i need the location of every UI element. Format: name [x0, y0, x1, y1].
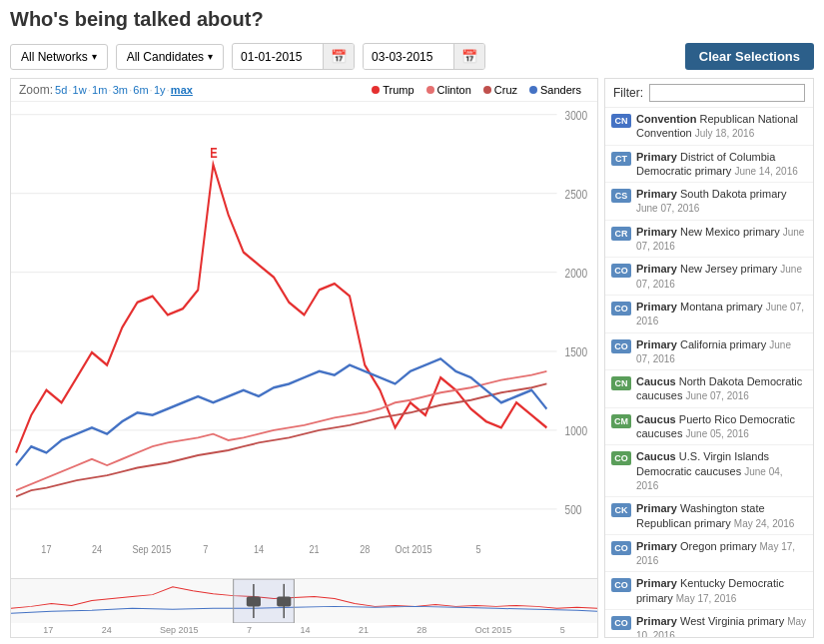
event-item[interactable]: CN Convention Republican National Conven… — [605, 108, 813, 146]
event-item[interactable]: CO Caucus U.S. Virgin Islands Democratic… — [605, 445, 813, 497]
event-badge: CN — [611, 376, 631, 390]
page-title: Who's being talked about? — [10, 8, 814, 31]
svg-text:5: 5 — [476, 543, 481, 555]
zoom-5d[interactable]: 5d — [55, 84, 67, 96]
event-badge: CO — [611, 339, 631, 353]
start-date-calendar-button[interactable]: 📅 — [323, 44, 354, 69]
svg-rect-22 — [11, 579, 597, 623]
event-badge: CO — [611, 616, 631, 630]
svg-rect-27 — [277, 597, 291, 607]
event-badge: CO — [611, 264, 631, 278]
trump-label: Trump — [383, 84, 413, 96]
svg-text:7: 7 — [203, 543, 208, 555]
legend-sanders: Sanders — [529, 84, 581, 96]
filter-row: Filter: — [605, 79, 813, 108]
svg-rect-26 — [247, 597, 261, 607]
networks-dropdown[interactable]: All Networks — [10, 44, 108, 70]
event-item[interactable]: CO Primary New Jersey primary June 07, 2… — [605, 258, 813, 296]
svg-text:Sep 2015: Sep 2015 — [132, 543, 171, 555]
svg-text:1000: 1000 — [565, 424, 587, 437]
end-date-input[interactable] — [364, 45, 453, 69]
event-badge: CK — [611, 503, 631, 517]
main-chart-svg: 3000 2500 2000 1500 1000 500 17 24 Sep 2… — [11, 102, 597, 578]
event-badge: CT — [611, 152, 631, 166]
legend-clinton: Clinton — [426, 84, 471, 96]
clinton-label: Clinton — [437, 84, 471, 96]
svg-text:E: E — [210, 146, 217, 161]
svg-text:3000: 3000 — [565, 109, 587, 122]
sanders-label: Sanders — [540, 84, 581, 96]
zoom-label: Zoom: — [19, 83, 53, 97]
clear-selections-button[interactable]: Clear Selections — [685, 43, 814, 70]
header: Who's being talked about? — [0, 0, 824, 43]
event-item[interactable]: CO Primary Montana primary June 07, 2016 — [605, 296, 813, 333]
zoom-3m[interactable]: 3m — [113, 84, 128, 96]
filter-input[interactable] — [649, 84, 805, 102]
event-badge: CO — [611, 451, 631, 465]
zoom-6m[interactable]: 6m — [133, 84, 148, 96]
event-badge: CS — [611, 189, 631, 203]
sidebar: Filter: CN Convention Republican Nationa… — [604, 78, 814, 638]
legend-trump: Trump — [372, 84, 413, 96]
event-badge: CN — [611, 114, 631, 128]
events-list: CN Convention Republican National Conven… — [605, 108, 813, 637]
toolbar: All Networks All Candidates 📅 📅 Clear Se… — [0, 43, 824, 78]
event-badge: CO — [611, 578, 631, 592]
cruz-dot — [483, 86, 491, 94]
zoom-max[interactable]: max — [171, 84, 193, 96]
event-item[interactable]: CK Primary Washington state Republican p… — [605, 497, 813, 535]
mini-chart-svg — [11, 579, 597, 623]
cruz-label: Cruz — [494, 84, 517, 96]
svg-text:21: 21 — [310, 543, 320, 555]
start-date-input[interactable] — [233, 45, 323, 69]
start-date-wrap: 📅 — [232, 43, 355, 70]
chart-area: Zoom: 5d · 1w · 1m · 3m · 6m · 1y · max … — [10, 78, 598, 638]
event-item[interactable]: CR Primary New Mexico primary June 07, 2… — [605, 221, 813, 259]
candidates-dropdown[interactable]: All Candidates — [116, 44, 224, 70]
main-content: Zoom: 5d · 1w · 1m · 3m · 6m · 1y · max … — [0, 78, 824, 644]
svg-text:500: 500 — [565, 503, 582, 516]
svg-text:Oct 2015: Oct 2015 — [396, 543, 432, 555]
event-item[interactable]: CO Primary Kentucky Democratic primary M… — [605, 572, 813, 610]
zoom-1w[interactable]: 1w — [73, 84, 87, 96]
event-item[interactable]: CN Caucus North Dakota Democratic caucus… — [605, 370, 813, 408]
svg-text:14: 14 — [254, 543, 264, 555]
clinton-dot — [426, 86, 434, 94]
legend: Trump Clinton Cruz Sanders — [364, 82, 589, 98]
svg-text:2000: 2000 — [565, 267, 587, 280]
event-item[interactable]: CO Primary Oregon primary May 17, 2016 — [605, 535, 813, 573]
svg-text:24: 24 — [92, 543, 102, 555]
event-badge: CM — [611, 414, 631, 428]
event-badge: CO — [611, 541, 631, 555]
svg-text:28: 28 — [360, 543, 370, 555]
event-item[interactable]: CO Primary West Virginia primary May 10,… — [605, 610, 813, 637]
zoom-1m[interactable]: 1m — [92, 84, 107, 96]
event-badge: CR — [611, 227, 631, 241]
sanders-dot — [529, 86, 537, 94]
filter-label: Filter: — [613, 86, 643, 100]
event-item[interactable]: CS Primary South Dakota primary June 07,… — [605, 183, 813, 221]
chart-wrapper: 3000 2500 2000 1500 1000 500 17 24 Sep 2… — [11, 102, 597, 578]
x-axis-labels: 17 24 Sep 2015 7 14 21 28 Oct 2015 5 — [11, 623, 597, 637]
svg-text:1500: 1500 — [565, 345, 587, 358]
mini-chart[interactable] — [11, 578, 597, 623]
svg-text:2500: 2500 — [565, 188, 587, 201]
event-item[interactable]: CT Primary District of Columbia Democrat… — [605, 146, 813, 184]
trump-dot — [372, 86, 380, 94]
end-date-calendar-button[interactable]: 📅 — [453, 44, 484, 69]
event-badge: CO — [611, 302, 631, 316]
event-item[interactable]: CM Caucus Puerto Rico Democratic caucuse… — [605, 408, 813, 446]
event-item[interactable]: CO Primary California primary June 07, 2… — [605, 333, 813, 371]
end-date-wrap: 📅 — [363, 43, 485, 70]
legend-cruz: Cruz — [483, 84, 517, 96]
svg-text:17: 17 — [41, 543, 51, 555]
zoom-1y[interactable]: 1y — [154, 84, 166, 96]
